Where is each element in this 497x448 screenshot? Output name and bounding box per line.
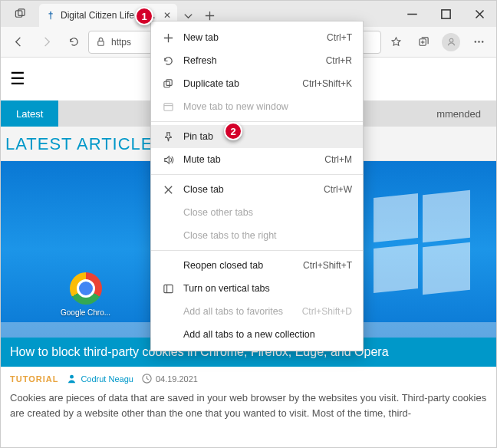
menu-label: Add all tabs to a new collection <box>183 329 352 340</box>
blank-icon <box>162 229 174 242</box>
menu-label: Turn on vertical tabs <box>183 283 352 294</box>
arrow-right-icon <box>41 36 52 48</box>
pin-icon <box>162 130 174 143</box>
menu-label: Move tab to new window <box>183 101 352 112</box>
menu-label: Refresh <box>183 55 317 66</box>
article-meta: TUTORIAL Codrut Neagu 04.19.2021 <box>1 367 496 389</box>
menu-label: New tab <box>183 32 318 43</box>
svg-rect-2 <box>441 9 449 18</box>
close-icon <box>162 183 174 196</box>
article-author[interactable]: Codrut Neagu <box>66 373 133 384</box>
window-minimize-button[interactable] <box>395 1 429 27</box>
menu-label: Close other tabs <box>183 207 352 218</box>
menu-item-close-tab[interactable]: Close tabCtrl+W <box>151 178 363 201</box>
favorites-button[interactable] <box>383 30 409 54</box>
menu-item-move-tab-to-new-window: Move tab to new window <box>151 95 363 118</box>
menu-label: Pin tab <box>183 131 352 142</box>
menu-item-reopen-closed-tab[interactable]: Reopen closed tabCtrl+Shift+T <box>151 254 363 277</box>
svg-point-7 <box>478 41 479 42</box>
svg-rect-12 <box>166 79 172 85</box>
refresh-icon <box>68 36 80 48</box>
menu-item-new-tab[interactable]: New tabCtrl+T <box>151 26 363 49</box>
collections-button[interactable] <box>410 30 436 54</box>
vertical-icon <box>162 282 174 295</box>
svg-point-5 <box>449 38 453 42</box>
nav-item-latest[interactable]: Latest <box>1 100 58 127</box>
menu-item-mute-tab[interactable]: Mute tabCtrl+M <box>151 148 363 171</box>
chevron-down-icon <box>183 10 194 21</box>
svg-rect-11 <box>163 81 170 87</box>
back-button[interactable] <box>5 30 31 54</box>
menu-label: Reopen closed tab <box>183 260 294 271</box>
plus-icon <box>204 10 216 21</box>
blank-icon <box>162 259 174 272</box>
mute-icon <box>162 153 174 166</box>
windows-logo-icon <box>374 196 473 295</box>
url-text: https <box>111 37 131 48</box>
menu-shortcut: Ctrl+T <box>327 32 352 43</box>
duplicate-icon <box>162 77 174 90</box>
arrow-left-icon <box>13 36 25 48</box>
tab-overview-button[interactable] <box>1 1 39 27</box>
menu-item-close-tabs-to-the-right: Close tabs to the right <box>151 224 363 247</box>
menu-shortcut: Ctrl+Shift+T <box>303 260 352 271</box>
blank-icon <box>162 328 174 341</box>
menu-item-refresh[interactable]: RefreshCtrl+R <box>151 49 363 72</box>
menu-label: Close tab <box>183 184 314 195</box>
refresh-button[interactable] <box>61 30 87 54</box>
collections-icon <box>418 36 430 48</box>
menu-label: Close tabs to the right <box>183 230 352 241</box>
svg-rect-3 <box>98 41 104 46</box>
svg-point-6 <box>474 41 476 42</box>
window-maximize-button[interactable] <box>429 1 462 27</box>
chrome-icon <box>70 272 102 305</box>
tab-favicon-icon: † <box>45 10 56 21</box>
menu-item-close-other-tabs: Close other tabs <box>151 201 363 224</box>
svg-rect-13 <box>163 103 172 110</box>
menu-shortcut: Ctrl+Shift+K <box>302 78 352 89</box>
profile-button[interactable] <box>438 30 464 54</box>
window-close-button[interactable] <box>462 1 496 27</box>
ellipsis-icon <box>473 36 485 48</box>
lock-icon <box>95 36 107 48</box>
article-tag[interactable]: TUTORIAL <box>10 374 58 384</box>
nav-item-recommended[interactable]: mmended <box>421 108 496 120</box>
chrome-icon-label: Google Chro... <box>61 308 110 317</box>
menu-shortcut: Ctrl+W <box>324 184 352 195</box>
menu-label: Duplicate tab <box>183 78 293 89</box>
menu-shortcut: Ctrl+Shift+D <box>302 306 352 317</box>
tab-overview-icon <box>15 8 26 20</box>
blank-icon <box>162 305 174 318</box>
window-icon <box>162 100 174 113</box>
svg-point-9 <box>70 375 74 379</box>
forward-button[interactable] <box>33 30 59 54</box>
menu-item-duplicate-tab[interactable]: Duplicate tabCtrl+Shift+K <box>151 72 363 95</box>
menu-label: Add all tabs to favorites <box>183 306 293 317</box>
star-plus-icon <box>390 36 402 48</box>
article-body: Cookies are pieces of data that are save… <box>1 389 496 430</box>
callout-2: 2 <box>224 122 242 140</box>
person-icon <box>66 373 77 384</box>
menu-shortcut: Ctrl+M <box>324 154 352 165</box>
clock-icon <box>141 373 153 384</box>
hamburger-menu-button[interactable]: ☰ <box>10 69 25 89</box>
svg-point-8 <box>481 41 482 42</box>
blank-icon <box>162 206 174 219</box>
menu-item-turn-on-vertical-tabs[interactable]: Turn on vertical tabs <box>151 277 363 300</box>
tab-context-menu: New tabCtrl+TRefreshCtrl+RDuplicate tabC… <box>150 21 364 351</box>
profile-avatar-icon <box>442 33 460 51</box>
menu-shortcut: Ctrl+R <box>326 55 352 66</box>
menu-label: Mute tab <box>183 154 315 165</box>
tab-close-icon[interactable]: ✕ <box>163 10 171 21</box>
svg-rect-14 <box>163 285 172 292</box>
menu-item-pin-tab[interactable]: Pin tab <box>151 125 363 148</box>
menu-item-add-all-tabs-to-a-new-collection[interactable]: Add all tabs to a new collection <box>151 323 363 346</box>
refresh-icon <box>162 54 174 67</box>
plus-icon <box>162 31 174 44</box>
article-date: 04.19.2021 <box>141 373 198 384</box>
callout-1: 1 <box>135 7 153 25</box>
menu-item-add-all-tabs-to-favorites: Add all tabs to favoritesCtrl+Shift+D <box>151 300 363 323</box>
settings-menu-button[interactable] <box>466 30 492 54</box>
